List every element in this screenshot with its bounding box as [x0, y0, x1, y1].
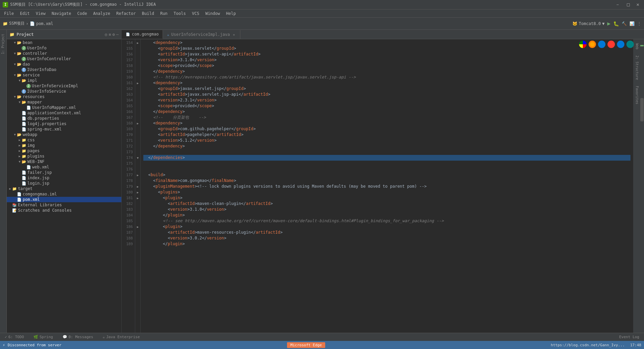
tree-item[interactable]: 📄web.xml — [7, 164, 121, 170]
favorites-tab[interactable]: Favorites — [633, 83, 640, 107]
menu-navigate[interactable]: Navigate — [49, 10, 74, 17]
menu-refactor[interactable]: Refactor — [114, 10, 139, 17]
web-tab[interactable]: Web — [633, 41, 640, 52]
gutter-fold[interactable]: ▶ — [135, 195, 140, 201]
tree-item[interactable]: 📄comgongmao.iml — [7, 191, 121, 197]
edge-icon[interactable] — [598, 41, 605, 48]
tree-item[interactable]: ▼📂controller — [7, 51, 121, 56]
gutter-fold[interactable]: ▼ — [135, 155, 140, 161]
tree-item[interactable]: ▼📂service — [7, 72, 121, 78]
tree-item[interactable]: 📝Scratches and Consoles — [7, 208, 121, 213]
tree-item[interactable]: 📄log4j.properties — [7, 121, 121, 126]
tree-item[interactable]: 📄UserInfoMapper.xml — [7, 105, 121, 110]
menu-help[interactable]: Help — [223, 10, 239, 17]
tree-item[interactable]: ▶📁img — [7, 143, 121, 148]
gutter-fold[interactable]: ▶ — [135, 120, 140, 126]
locate-icon[interactable]: ◎ — [105, 32, 107, 37]
menu-run[interactable]: Run — [158, 10, 170, 17]
tree-item[interactable]: ▼📂resources — [7, 94, 121, 99]
tree-item[interactable]: 📄failer.jsp — [7, 170, 121, 175]
tree-item[interactable]: 📄index.jsp — [7, 175, 121, 181]
gutter-fold[interactable]: ▶ — [135, 224, 140, 230]
tree-expand-arrow[interactable]: ▼ — [13, 52, 17, 55]
hide-icon[interactable]: — — [116, 32, 119, 37]
menu-analyze[interactable]: Analyze — [90, 10, 113, 17]
menu-edit[interactable]: Edit — [17, 10, 32, 17]
tree-item[interactable]: ▶📁pages — [7, 148, 121, 154]
settings-icon[interactable]: ⚙ — [113, 32, 115, 37]
enterprise-tab[interactable]: ☕ Java Enterprise — [101, 334, 142, 340]
gutter-fold[interactable]: ▶ — [135, 184, 140, 189]
tree-item[interactable]: 📄login.jsp — [7, 181, 121, 186]
run-button[interactable]: ▶ — [607, 20, 611, 27]
build-button[interactable]: 🔨 — [622, 21, 627, 26]
menu-code[interactable]: Code — [75, 10, 90, 17]
tree-expand-arrow[interactable]: ▶ — [18, 144, 22, 147]
tree-expand-arrow[interactable]: ▼ — [13, 63, 17, 66]
close-button[interactable]: ✕ — [635, 1, 641, 8]
messages-tab[interactable]: 💬 0: Messages — [61, 334, 95, 340]
tree-item[interactable]: ▼📂bean — [7, 40, 121, 45]
tree-item[interactable]: IIUserInfoDao — [7, 67, 121, 72]
coverage-button[interactable]: 📊 — [629, 21, 635, 26]
safari-icon[interactable] — [626, 41, 634, 48]
tree-item[interactable]: JUserInfoServiceImpl — [7, 83, 121, 89]
tree-item[interactable]: ▼📂WEB-INF — [7, 159, 121, 164]
tree-item[interactable]: ▼📂mapper — [7, 99, 121, 105]
tree-expand-arrow[interactable]: ▼ — [13, 41, 17, 44]
tree-expand-arrow[interactable]: ▶ — [18, 149, 22, 153]
spring-tab[interactable]: 🌿 Spring — [31, 334, 55, 340]
tree-item[interactable]: ▶📁css — [7, 137, 121, 143]
tree-expand-arrow[interactable]: ▶ — [8, 187, 12, 190]
tree-item[interactable]: ▶📁plugins — [7, 154, 121, 159]
tree-item[interactable]: JUserInfo — [7, 45, 121, 51]
menu-window[interactable]: Window — [202, 10, 222, 17]
debug-button[interactable]: 🐛 — [613, 21, 619, 26]
config-dropdown-icon[interactable]: ▼ — [602, 21, 604, 26]
tree-expand-arrow[interactable]: ▼ — [18, 79, 22, 82]
menu-vcs[interactable]: VCS — [189, 10, 202, 17]
tree-expand-arrow[interactable]: ▼ — [18, 160, 22, 163]
project-tab[interactable]: 1: Project — [0, 31, 6, 57]
tree-item[interactable]: ▼📂impl — [7, 78, 121, 83]
ie-icon[interactable] — [617, 41, 624, 48]
chrome-icon[interactable] — [579, 41, 587, 48]
tree-item[interactable]: 📄applicationContext.xml — [7, 110, 121, 116]
tree-item[interactable]: JUserInfoController — [7, 56, 121, 62]
event-log-tab[interactable]: Event Log — [617, 334, 641, 340]
project-label[interactable]: SSM项目 — [9, 21, 25, 26]
tree-expand-arrow[interactable]: ▼ — [13, 133, 17, 136]
more-button[interactable]: ⋮ — [637, 21, 641, 26]
tree-item[interactable]: ▼📂dao — [7, 62, 121, 67]
tree-expand-arrow[interactable]: ▼ — [13, 73, 17, 77]
tree-item[interactable]: ▶📁target — [7, 186, 121, 191]
todo-tab[interactable]: ✓ 6: TODO — [3, 334, 26, 340]
firefox-icon[interactable] — [589, 41, 596, 48]
code-content[interactable]: <dependency> <groupId>javax.servlet</gro… — [141, 39, 633, 333]
gutter-fold[interactable]: ▶ — [135, 40, 140, 46]
tree-item[interactable]: 📄pom.xml — [7, 197, 121, 202]
run-config[interactable]: 🐱 Tomcat8.0 ▼ — [572, 21, 604, 26]
tree-item[interactable]: 📄spring-mvc.xml — [7, 126, 121, 132]
menu-tools[interactable]: Tools — [171, 10, 189, 17]
menu-file[interactable]: File — [1, 10, 17, 17]
menu-build[interactable]: Build — [139, 10, 157, 17]
structure-tab[interactable]: 2: Structure — [633, 53, 640, 83]
minimize-button[interactable]: － — [613, 1, 622, 8]
window-controls[interactable]: － □ ✕ — [613, 1, 641, 8]
gutter-fold[interactable]: ▶ — [135, 189, 140, 195]
tab-userinfoserviceimpl[interactable]: ☕ UserInfoServiceImpl.java ✕ — [163, 30, 240, 39]
tree-item[interactable]: IIUserInfoService — [7, 89, 121, 94]
tree-item[interactable]: 📄db.properties — [7, 116, 121, 121]
tree-item[interactable]: ▼📂webapp — [7, 132, 121, 137]
tab-pom[interactable]: 📄 com.gongmao — [122, 30, 163, 39]
gutter-fold[interactable]: ▶ — [135, 80, 140, 86]
tree-expand-arrow[interactable]: ▼ — [18, 100, 22, 104]
opera-icon[interactable] — [607, 41, 615, 48]
tab-close-button[interactable]: ✕ — [232, 32, 236, 37]
tree-item[interactable]: 📚External Libraries — [7, 202, 121, 208]
maximize-button[interactable]: □ — [625, 1, 631, 8]
menu-view[interactable]: View — [33, 10, 48, 17]
pom-label[interactable]: pom.xml — [36, 21, 53, 26]
scrollbar[interactable] — [640, 39, 644, 333]
